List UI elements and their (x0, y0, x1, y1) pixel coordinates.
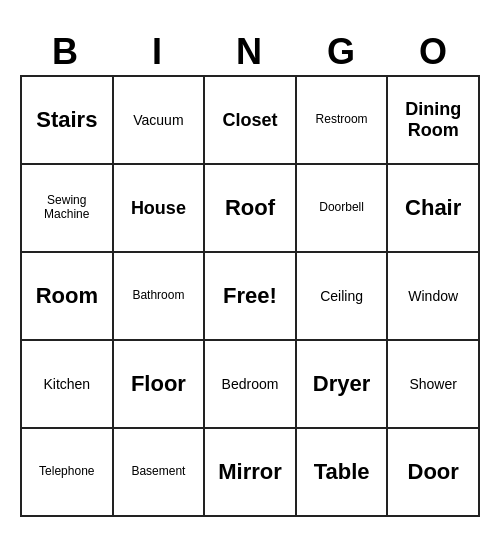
cell-text: Shower (409, 376, 456, 392)
bingo-header: BINGO (20, 27, 480, 75)
bingo-cell: Door (388, 429, 480, 517)
bingo-cell: Bathroom (114, 253, 206, 341)
cell-text: Room (36, 283, 98, 308)
cell-text: Bathroom (132, 289, 184, 303)
bingo-cell: Free! (205, 253, 297, 341)
bingo-cell: Room (22, 253, 114, 341)
cell-text: Table (314, 459, 370, 484)
bingo-cell: Telephone (22, 429, 114, 517)
cell-text: Dining Room (391, 99, 475, 140)
cell-text: Floor (131, 371, 186, 396)
bingo-cell: Sewing Machine (22, 165, 114, 253)
cell-text: Vacuum (133, 112, 183, 128)
cell-text: Door (408, 459, 459, 484)
bingo-cell: Shower (388, 341, 480, 429)
bingo-cell: Ceiling (297, 253, 389, 341)
cell-text: Telephone (39, 465, 94, 479)
bingo-cell: Closet (205, 77, 297, 165)
cell-text: Basement (131, 465, 185, 479)
cell-text: Doorbell (319, 201, 364, 215)
cell-text: Bedroom (222, 376, 279, 392)
cell-text: Sewing Machine (25, 194, 109, 222)
header-letter: I (112, 27, 204, 75)
bingo-cell: Table (297, 429, 389, 517)
bingo-cell: Dryer (297, 341, 389, 429)
header-letter: B (20, 27, 112, 75)
bingo-cell: Dining Room (388, 77, 480, 165)
cell-text: Dryer (313, 371, 370, 396)
header-letter: O (388, 27, 480, 75)
cell-text: Window (408, 288, 458, 304)
cell-text: Restroom (316, 113, 368, 127)
bingo-cell: Basement (114, 429, 206, 517)
bingo-cell: Bedroom (205, 341, 297, 429)
cell-text: Closet (222, 110, 277, 131)
cell-text: Roof (225, 195, 275, 220)
bingo-cell: Doorbell (297, 165, 389, 253)
bingo-cell: Kitchen (22, 341, 114, 429)
cell-text: Stairs (36, 107, 97, 132)
cell-text: Mirror (218, 459, 282, 484)
bingo-cell: Mirror (205, 429, 297, 517)
bingo-cell: Window (388, 253, 480, 341)
bingo-cell: Vacuum (114, 77, 206, 165)
bingo-cell: Stairs (22, 77, 114, 165)
header-letter: N (204, 27, 296, 75)
cell-text: Kitchen (43, 376, 90, 392)
bingo-cell: Roof (205, 165, 297, 253)
cell-text: Ceiling (320, 288, 363, 304)
bingo-cell: Restroom (297, 77, 389, 165)
bingo-grid: StairsVacuumClosetRestroomDining RoomSew… (20, 75, 480, 517)
cell-text: House (131, 198, 186, 219)
header-letter: G (296, 27, 388, 75)
bingo-card: BINGO StairsVacuumClosetRestroomDining R… (20, 27, 480, 517)
bingo-cell: House (114, 165, 206, 253)
cell-text: Free! (223, 283, 277, 308)
bingo-cell: Floor (114, 341, 206, 429)
cell-text: Chair (405, 195, 461, 220)
bingo-cell: Chair (388, 165, 480, 253)
